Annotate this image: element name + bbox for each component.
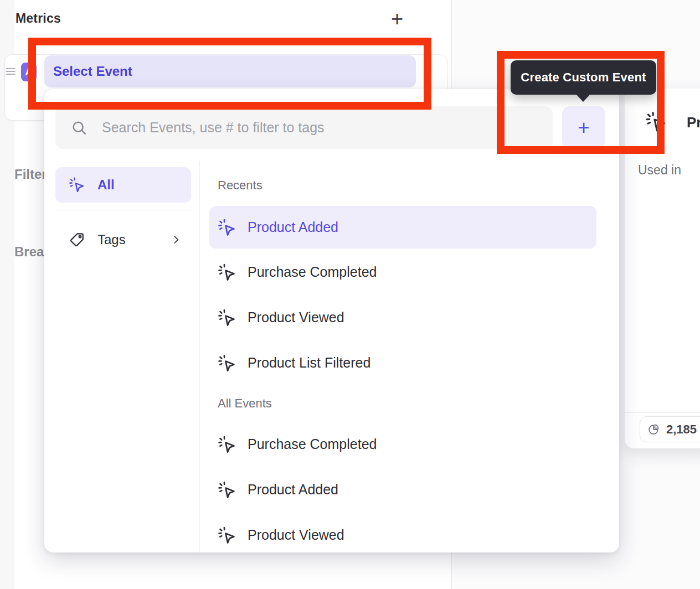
select-event-button[interactable]: Select Event [44,55,416,87]
detail-panel-title: Pr [687,114,700,131]
event-detail-panel: Pr Used in 2,185 [625,89,700,448]
event-list-item[interactable]: Product Added [209,468,596,511]
sidebar-item-label: Tags [97,232,126,247]
tooltip-caret [576,94,590,102]
event-list-item[interactable]: Product Viewed [209,296,596,339]
cursor-click-icon [218,354,236,373]
screen: Metrics + A Select Event Filters Breakdo… [0,0,700,589]
plus-icon: + [578,116,589,140]
event-picker-dropdown: + All [44,89,619,552]
metric-series-badge: A [21,63,37,81]
pie-chart-icon [647,423,660,436]
usage-count-chip[interactable]: 2,185 [640,416,700,442]
all-events-header: All Events [218,396,272,411]
cursor-click-icon [645,111,667,133]
create-custom-event-button[interactable]: + [562,106,605,149]
tooltip: Create Custom Event [511,60,656,95]
chevron-right-icon [170,234,182,246]
tooltip-text: Create Custom Event [521,70,646,85]
dropdown-sidebar: All Tags [44,161,200,552]
detail-panel-divider [625,412,700,413]
select-event-label: Select Event [53,64,132,79]
event-list-item[interactable]: Product Added [209,206,596,249]
event-label: Product Viewed [248,309,344,326]
add-metric-button[interactable]: + [385,7,409,31]
search-events-input[interactable] [87,106,553,149]
cursor-click-icon [218,526,236,545]
sidebar-item-label: All [97,177,115,193]
cursor-click-icon [218,218,236,237]
metrics-section-title: Metrics [16,11,61,26]
sidebar-divider [56,210,191,210]
search-box[interactable] [55,106,553,149]
used-in-label: Used in [638,163,681,178]
plus-icon: + [391,7,403,31]
event-label: Purchase Completed [248,436,377,452]
cursor-click-icon [218,480,236,499]
cursor-click-icon [218,435,236,454]
recents-header: Recents [218,178,262,193]
sidebar-item-tags[interactable]: Tags [55,222,191,257]
event-label: Product List Filtered [248,355,370,371]
cursor-click-icon [69,177,85,193]
event-label: Product Viewed [248,527,344,543]
event-label: Product Added [248,219,338,235]
event-list-item[interactable]: Purchase Completed [209,423,596,466]
cursor-click-icon [218,263,236,282]
tag-icon [69,231,85,248]
event-label: Product Added [248,482,338,498]
event-list-item[interactable]: Purchase Completed [209,251,596,293]
usage-count: 2,185 [666,422,697,437]
event-list-item[interactable]: Product Viewed [209,514,596,552]
event-label: Purchase Completed [248,264,377,280]
dropdown-body: All Tags Recents [44,161,619,552]
cursor-click-icon [218,308,236,327]
event-list: Recents Product Added Purchase Completed… [200,161,619,552]
event-list-item[interactable]: Product List Filtered [209,342,596,384]
drag-handle-icon[interactable] [6,67,16,76]
sidebar-item-all[interactable]: All [55,167,191,203]
search-icon [71,120,87,136]
